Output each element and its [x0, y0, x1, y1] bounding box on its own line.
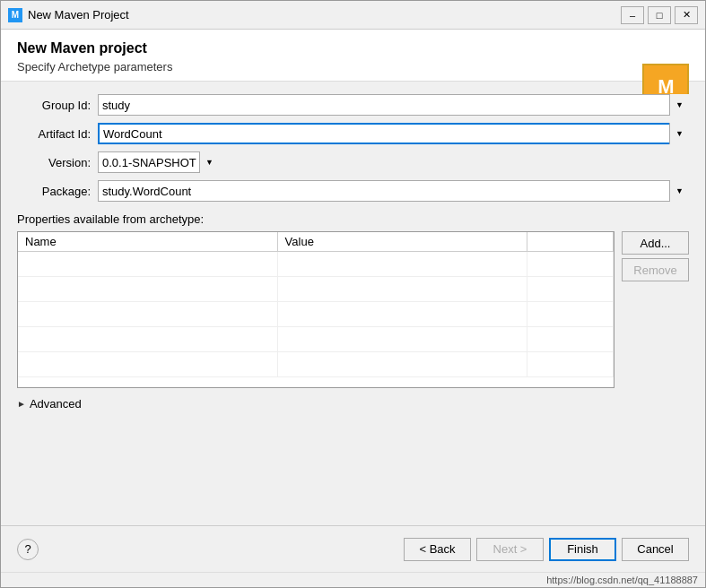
- url-bar: https://blog.csdn.net/qq_41188887: [1, 572, 705, 587]
- advanced-arrow-icon: ►: [17, 399, 26, 409]
- artifact-id-row: Artifact Id: ▼: [17, 123, 689, 144]
- package-dropdown-arrow[interactable]: ▼: [669, 180, 689, 202]
- group-id-input-container: ▼: [98, 94, 689, 116]
- url-text: https://blog.csdn.net/qq_41188887: [546, 575, 698, 585]
- group-id-row: Group Id: ▼: [17, 94, 689, 116]
- artifact-id-label: Artifact Id:: [17, 127, 98, 141]
- table-row: [18, 327, 614, 352]
- col-value: Value: [277, 232, 527, 252]
- footer: ? < Back Next > Finish Cancel: [1, 525, 705, 572]
- advanced-section[interactable]: ► Advanced: [17, 397, 689, 411]
- table-row: [18, 352, 614, 377]
- properties-label: Properties available from archetype:: [17, 212, 689, 226]
- add-button[interactable]: Add...: [622, 231, 689, 255]
- version-label: Version:: [17, 156, 98, 169]
- artifact-id-input[interactable]: [98, 123, 689, 144]
- header-title: New Maven project: [17, 40, 689, 56]
- minimize-button[interactable]: –: [621, 6, 644, 24]
- package-row: Package: ▼: [17, 180, 689, 202]
- finish-button[interactable]: Finish: [549, 538, 616, 561]
- content-area: Group Id: ▼ Artifact Id: ▼ Version: 0.0.…: [1, 82, 705, 525]
- properties-table-body: [18, 252, 614, 377]
- properties-buttons: Add... Remove: [622, 231, 689, 388]
- col-empty: [527, 232, 613, 252]
- title-bar-controls: – □ ✕: [621, 6, 698, 24]
- next-button[interactable]: Next >: [476, 538, 544, 561]
- header-subtitle: Specify Archetype parameters: [17, 60, 689, 74]
- col-name: Name: [18, 232, 277, 252]
- package-input[interactable]: [98, 180, 689, 202]
- properties-section: Properties available from archetype: Nam…: [17, 212, 689, 388]
- package-label: Package:: [17, 185, 98, 198]
- back-button[interactable]: < Back: [404, 538, 471, 561]
- maximize-button[interactable]: □: [648, 6, 671, 24]
- package-input-container: ▼: [98, 180, 689, 202]
- version-row: Version: 0.0.1-SNAPSHOT ▼: [17, 151, 689, 173]
- close-button[interactable]: ✕: [675, 6, 698, 24]
- properties-table-header: Name Value: [18, 232, 614, 252]
- properties-container: Name Value: [17, 231, 689, 388]
- remove-button[interactable]: Remove: [622, 258, 689, 281]
- artifact-id-dropdown-arrow[interactable]: ▼: [669, 123, 689, 144]
- version-select[interactable]: 0.0.1-SNAPSHOT: [98, 151, 219, 173]
- table-row: [18, 277, 614, 302]
- version-select-wrapper: 0.0.1-SNAPSHOT ▼: [98, 151, 219, 173]
- properties-table: Name Value: [18, 232, 614, 377]
- group-id-input[interactable]: [98, 94, 689, 116]
- window: M New Maven Project – □ ✕ New Maven proj…: [0, 0, 706, 588]
- properties-table-wrapper: Name Value: [17, 231, 614, 388]
- artifact-id-input-container: ▼: [98, 123, 689, 144]
- header-section: New Maven project Specify Archetype para…: [1, 30, 705, 82]
- table-row: [18, 252, 614, 277]
- help-button[interactable]: ?: [17, 539, 39, 560]
- group-id-dropdown-arrow[interactable]: ▼: [669, 94, 689, 116]
- window-icon: M: [8, 8, 22, 22]
- table-row: [18, 302, 614, 327]
- window-title: New Maven Project: [28, 8, 621, 22]
- group-id-label: Group Id:: [17, 99, 98, 112]
- footer-right: < Back Next > Finish Cancel: [404, 538, 689, 561]
- advanced-label: Advanced: [30, 397, 82, 411]
- title-bar: M New Maven Project – □ ✕: [1, 1, 705, 30]
- cancel-button[interactable]: Cancel: [622, 538, 689, 561]
- footer-left: ?: [17, 539, 39, 560]
